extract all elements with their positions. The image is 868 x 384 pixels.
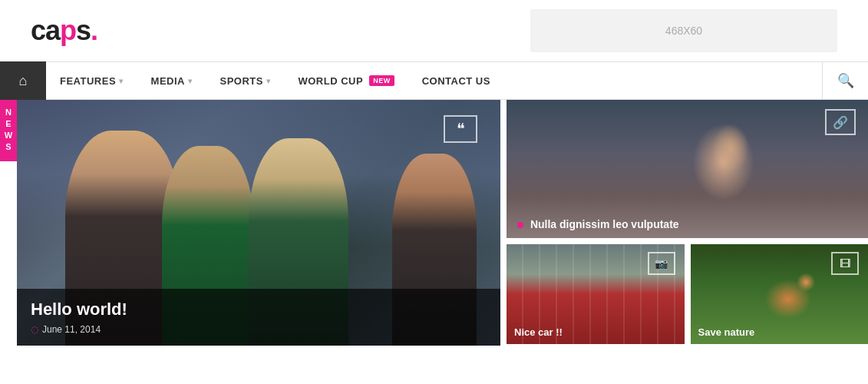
main-caption: Hello world! ◌ June 11, 2014	[17, 289, 500, 346]
red-dot	[517, 222, 523, 228]
car-caption: Nice car !!	[514, 326, 563, 338]
new-badge: NEW	[369, 75, 394, 86]
nav-home-button[interactable]: ⌂	[0, 61, 46, 100]
header: caps. 468X60	[0, 0, 868, 61]
nature-caption: Save nature	[698, 326, 755, 338]
quote-icon: ❝	[444, 115, 477, 143]
nav-item-worldcup[interactable]: WORLD CUP NEW	[284, 61, 408, 100]
camera-icon[interactable]: 📷	[648, 252, 675, 275]
search-icon: 🔍	[837, 72, 854, 89]
chevron-down-icon: ▾	[119, 77, 124, 85]
chevron-down-icon: ▾	[266, 77, 271, 85]
woman-portrait-bg	[507, 100, 868, 238]
right-top-caption: Nulla dignissim leo vulputate	[517, 218, 679, 230]
logo[interactable]: caps.	[31, 15, 97, 47]
nav-item-media[interactable]: MEDIA ▾	[137, 61, 206, 100]
news-tag: NEWS	[0, 100, 17, 161]
navbar: ⌂ FEATURES ▾ MEDIA ▾ SPORTS ▾ WORLD CUP …	[0, 61, 868, 100]
link-icon[interactable]: 🔗	[825, 109, 856, 135]
right-bottom-images: 📷 Nice car !! 🎞 Save nature	[507, 244, 868, 344]
main-title: Hello world!	[31, 300, 487, 319]
main-image[interactable]: ❝ Hello world! ◌ June 11, 2014	[17, 100, 500, 346]
right-panel: 🔗 Nulla dignissim leo vulputate 📷 Nice c…	[507, 100, 868, 346]
nature-image[interactable]: 🎞 Save nature	[691, 244, 869, 344]
content-area: NEWS ❝ Hello world! ◌ June 11, 2014 🔗	[0, 100, 868, 346]
ad-banner: 468X60	[530, 9, 837, 52]
main-date: ◌ June 11, 2014	[31, 324, 487, 335]
nav-item-features[interactable]: FEATURES ▾	[46, 61, 137, 100]
search-button[interactable]: 🔍	[822, 61, 868, 100]
home-icon: ⌂	[19, 73, 28, 89]
chevron-down-icon: ▾	[188, 77, 193, 85]
nav-item-sports[interactable]: SPORTS ▾	[206, 61, 285, 100]
film-icon[interactable]: 🎞	[831, 252, 859, 275]
nav-item-contact[interactable]: CONTACT US	[408, 61, 504, 100]
clock-icon: ◌	[31, 324, 38, 335]
right-top-image[interactable]: 🔗 Nulla dignissim leo vulputate	[507, 100, 868, 238]
car-image[interactable]: 📷 Nice car !!	[507, 244, 685, 344]
